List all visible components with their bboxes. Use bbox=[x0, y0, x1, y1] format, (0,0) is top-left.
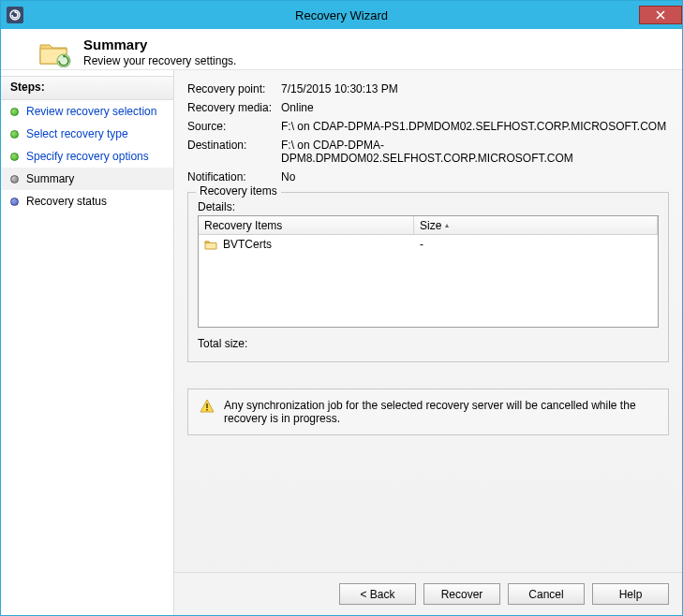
total-size-row: Total size: bbox=[198, 337, 659, 350]
total-size-label: Total size: bbox=[198, 337, 247, 350]
value-destination: F:\ on CDAP-DPMA-DPM8.DPMDOM02.SELFHOST.… bbox=[281, 139, 669, 165]
pending-step-icon bbox=[10, 198, 19, 206]
step-link[interactable]: Select recovery type bbox=[26, 127, 128, 140]
item-name: BVTCerts bbox=[223, 238, 272, 251]
step-label: Summary bbox=[26, 172, 74, 185]
item-size: - bbox=[420, 238, 423, 251]
column-recovery-items[interactable]: Recovery Items bbox=[199, 216, 414, 234]
step-specify-recovery-options[interactable]: Specify recovery options bbox=[1, 145, 173, 168]
svg-rect-2 bbox=[206, 403, 208, 408]
page-subtitle: Review your recovery settings. bbox=[83, 54, 236, 67]
row-source: Source: F:\ on CDAP-DPMA-PS1.DPMDOM02.SE… bbox=[187, 117, 669, 136]
svg-rect-3 bbox=[206, 409, 208, 411]
help-button[interactable]: Help bbox=[592, 583, 669, 605]
label-source: Source: bbox=[187, 120, 281, 133]
steps-sidebar: Steps: Review recovery selection Select … bbox=[1, 70, 173, 615]
close-button[interactable] bbox=[639, 6, 682, 24]
page-title: Summary bbox=[83, 37, 236, 52]
row-destination: Destination: F:\ on CDAP-DPMA-DPM8.DPMDO… bbox=[187, 136, 669, 168]
recovery-items-group: Recovery items Details: Recovery Items S… bbox=[187, 192, 669, 362]
warning-icon bbox=[200, 399, 215, 414]
step-recovery-status: Recovery status bbox=[1, 190, 173, 213]
folder-icon bbox=[204, 239, 217, 250]
summary-header-icon bbox=[38, 37, 72, 67]
check-icon bbox=[10, 153, 19, 161]
details-label: Details: bbox=[198, 200, 659, 213]
step-label: Recovery status bbox=[26, 195, 107, 208]
column-label: Size bbox=[420, 219, 441, 232]
row-recovery-media: Recovery media: Online bbox=[187, 98, 669, 117]
row-notification: Notification: No bbox=[187, 168, 669, 186]
step-summary[interactable]: Summary bbox=[1, 168, 173, 190]
recovery-wizard-window: Recovery Wizard Summary Review your reco… bbox=[0, 0, 683, 616]
warning-panel: Any synchronization job for the selected… bbox=[187, 389, 669, 435]
value-recovery-point: 7/15/2015 10:30:13 PM bbox=[281, 82, 669, 95]
step-link[interactable]: Specify recovery options bbox=[26, 150, 149, 163]
app-icon bbox=[7, 7, 23, 23]
check-icon bbox=[10, 108, 19, 116]
step-select-recovery-type[interactable]: Select recovery type bbox=[1, 123, 173, 145]
header-text: Summary Review your recovery settings. bbox=[83, 37, 236, 67]
label-recovery-point: Recovery point: bbox=[187, 82, 281, 95]
column-label: Recovery Items bbox=[204, 219, 282, 232]
sort-asc-icon: ▴ bbox=[445, 221, 449, 229]
list-header: Recovery Items Size ▴ bbox=[199, 216, 658, 235]
wizard-header: Summary Review your recovery settings. bbox=[1, 29, 682, 70]
label-notification: Notification: bbox=[187, 170, 281, 183]
recovery-items-legend: Recovery items bbox=[196, 184, 281, 198]
current-step-icon bbox=[10, 175, 19, 183]
row-recovery-point: Recovery point: 7/15/2015 10:30:13 PM bbox=[187, 80, 669, 98]
steps-heading: Steps: bbox=[1, 76, 173, 100]
step-link[interactable]: Review recovery selection bbox=[26, 105, 156, 118]
recover-button[interactable]: Recover bbox=[423, 583, 500, 605]
titlebar: Recovery Wizard bbox=[1, 1, 682, 29]
value-source: F:\ on CDAP-DPMA-PS1.DPMDOM02.SELFHOST.C… bbox=[281, 120, 669, 133]
value-recovery-media: Online bbox=[281, 101, 669, 114]
close-icon bbox=[656, 10, 665, 20]
cancel-button[interactable]: Cancel bbox=[508, 583, 585, 605]
list-item[interactable]: BVTCerts - bbox=[199, 235, 658, 254]
main-panel: Recovery point: 7/15/2015 10:30:13 PM Re… bbox=[173, 70, 682, 615]
label-destination: Destination: bbox=[187, 139, 281, 165]
back-button[interactable]: < Back bbox=[339, 583, 416, 605]
wizard-buttons: < Back Recover Cancel Help bbox=[174, 572, 682, 615]
check-icon bbox=[10, 130, 19, 139]
value-notification: No bbox=[281, 170, 669, 183]
warning-text: Any synchronization job for the selected… bbox=[224, 399, 657, 425]
recovery-items-list[interactable]: Recovery Items Size ▴ BVTCerts bbox=[198, 215, 659, 328]
wizard-body: Steps: Review recovery selection Select … bbox=[1, 70, 682, 615]
column-size[interactable]: Size ▴ bbox=[414, 216, 658, 234]
step-review-recovery-selection[interactable]: Review recovery selection bbox=[1, 100, 173, 123]
label-recovery-media: Recovery media: bbox=[187, 101, 281, 114]
window-title: Recovery Wizard bbox=[1, 8, 682, 22]
